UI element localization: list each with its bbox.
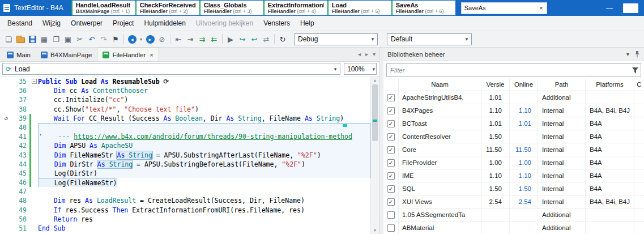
- titlebar-tab-load[interactable]: LoadFileHandler (ctrl + 5): [327, 1, 391, 15]
- doc-tab-filehandler[interactable]: FileHandler×: [97, 48, 159, 61]
- scroll-up-icon[interactable]: ▲: [371, 76, 379, 84]
- code-line[interactable]: 51End Sub: [0, 224, 370, 233]
- code-line[interactable]: 35−Public Sub Load As ResumableSub ⟳: [0, 77, 370, 86]
- menu-item-project[interactable]: Project: [108, 17, 139, 29]
- code-line[interactable]: 47: [0, 187, 370, 196]
- open-project-button[interactable]: [15, 33, 26, 45]
- menu-item-wijzig[interactable]: Wijzig: [37, 17, 66, 29]
- library-online-version[interactable]: 1.01: [509, 117, 538, 130]
- column-header-platforms[interactable]: Platforms: [585, 79, 634, 91]
- build-config-combobox[interactable]: Default ▾: [387, 33, 472, 45]
- titlebar-tab-class-globals[interactable]: Class_GlobalsFileHandler (ctrl + 3): [199, 1, 263, 15]
- library-checkbox[interactable]: [387, 211, 395, 219]
- doc-tab-main[interactable]: Main: [2, 49, 36, 61]
- library-online-version[interactable]: 1.10: [509, 169, 538, 182]
- library-checkbox[interactable]: ✓: [387, 146, 395, 154]
- resume-button[interactable]: ↪: [237, 33, 248, 45]
- code-line[interactable]: 38 cc.Show("text/*", "Choose text file"): [0, 105, 370, 114]
- outdent-button[interactable]: ⇤: [173, 33, 184, 45]
- titlebar-tab-checkforreceivedfiles[interactable]: CheckForReceivedFilesFileHandler (ctrl +…: [135, 1, 199, 15]
- pane-splitter[interactable]: [379, 48, 383, 234]
- menu-item-bestand[interactable]: Bestand: [2, 17, 37, 29]
- column-header-online[interactable]: Online: [509, 79, 538, 91]
- uncomment-button[interactable]: ⇇: [208, 33, 220, 45]
- navigate-forward-button[interactable]: ▸: [144, 33, 156, 45]
- copy-button[interactable]: ❐: [50, 33, 62, 45]
- code-line[interactable]: 42 Dim APSU As ApacheSU: [0, 141, 370, 150]
- code-line[interactable]: 44 Dim DirStr As String = APSU.Substring…: [0, 160, 370, 169]
- titlebar-tab-handleloadresult[interactable]: HandleLoadResultB4XMainPage (ctrl + 1): [71, 1, 135, 15]
- clear-search-icon[interactable]: ×: [536, 5, 546, 11]
- menu-item-ontwerper[interactable]: Ontwerper: [66, 17, 108, 29]
- code-line[interactable]: 48 Dim res As LoadResult = CreateLoadRes…: [0, 196, 370, 205]
- titlebar-tab-saveas[interactable]: SaveAsFileHandler (ctrl + 6): [391, 1, 455, 15]
- library-row[interactable]: ✓ContentResolver1.50InternalB4A: [383, 130, 644, 143]
- library-row[interactable]: ✓IME1.101.10InternalB4A: [383, 169, 644, 182]
- library-checkbox[interactable]: ✓: [387, 159, 395, 167]
- code-line[interactable]: 49 If res.Success Then ExtractInformatio…: [0, 206, 370, 215]
- scroll-tabs-left-icon[interactable]: ◂: [358, 51, 361, 57]
- library-checkbox[interactable]: ✓: [387, 185, 395, 193]
- comment-button[interactable]: ⇉: [197, 33, 208, 45]
- library-checkbox[interactable]: ✓: [387, 198, 395, 206]
- doc-tab-b4xmainpage[interactable]: B4XMainPage: [36, 49, 97, 61]
- library-checkbox[interactable]: ✓: [387, 107, 395, 114]
- column-header-versie[interactable]: Versie: [481, 79, 509, 91]
- cut-button[interactable]: ✂: [74, 33, 86, 45]
- scroll-down-icon[interactable]: ▼: [371, 227, 379, 234]
- run-button[interactable]: ▶: [225, 33, 236, 45]
- editor-vertical-scrollbar[interactable]: ▲ ▼: [370, 76, 379, 234]
- pin-icon[interactable]: [634, 50, 640, 58]
- code-line[interactable]: 37 cc.Initialize("cc"): [0, 95, 370, 104]
- code-line[interactable]: 43 Dim FileNameStr As String = APSU.Subs…: [0, 151, 370, 160]
- clear-bookmarks-button[interactable]: ⊘: [156, 33, 168, 45]
- library-checkbox[interactable]: ✓: [387, 120, 395, 127]
- library-checkbox[interactable]: [387, 224, 395, 232]
- library-checkbox[interactable]: ✓: [387, 133, 395, 141]
- library-row[interactable]: ✓Core11.5011.50InternalB4A: [383, 143, 644, 156]
- column-header-naam[interactable]: Naam: [398, 79, 481, 91]
- modules-button[interactable]: ▦: [39, 33, 50, 45]
- restart-button[interactable]: ↻: [277, 33, 288, 45]
- tab-list-menu-icon[interactable]: ▾: [373, 51, 376, 57]
- debug-mode-combobox[interactable]: Debug ▾: [294, 33, 378, 45]
- code-line[interactable]: 36 Dim cc As ContentChooser: [0, 86, 370, 95]
- titlebar-tab-extractinformationfrom[interactable]: ExtractInformationFromFileHandler (ctrl …: [263, 1, 327, 15]
- library-row[interactable]: ✓BCToast1.011.01InternalB4A: [383, 117, 644, 130]
- library-online-version[interactable]: 2.54: [509, 195, 538, 208]
- code-line[interactable]: 50 Return res: [0, 215, 370, 224]
- menu-item-vensters[interactable]: Vensters: [258, 17, 295, 29]
- panel-menu-chevron-icon[interactable]: ▾: [626, 51, 629, 57]
- redo-button[interactable]: ↷: [98, 33, 109, 45]
- library-row[interactable]: ✓FileProvider1.001.00InternalB4A: [383, 156, 644, 169]
- code-line[interactable]: 40: [0, 123, 370, 132]
- fold-marker-icon[interactable]: −: [32, 79, 37, 84]
- library-online-version[interactable]: 11.50: [509, 143, 538, 156]
- library-filter-input[interactable]: [387, 67, 632, 74]
- scroll-tabs-right-icon[interactable]: ▸: [365, 51, 368, 57]
- step-over-button[interactable]: ↩: [249, 33, 260, 45]
- library-online-version[interactable]: 1.10: [509, 104, 538, 117]
- navigate-back-button[interactable]: ◂: [126, 33, 138, 45]
- column-header-path[interactable]: Path: [538, 79, 585, 91]
- undo-button[interactable]: ↶: [86, 33, 97, 45]
- library-row[interactable]: 1.05 ASSegmentedTaAdditional: [383, 209, 644, 222]
- bookmark-button[interactable]: ⚑: [110, 33, 121, 45]
- indent-button[interactable]: ⇥: [185, 33, 196, 45]
- paste-button[interactable]: ▣: [62, 33, 74, 45]
- compare-button[interactable]: ⇄: [261, 33, 272, 45]
- code-editor[interactable]: 35−Public Sub Load As ResumableSub ⟳36 D…: [0, 76, 379, 234]
- library-row[interactable]: ✓ApacheStringUtilsB4.1.01Additional: [383, 91, 644, 104]
- code-line[interactable]: 45 Log(DirStr): [0, 169, 370, 178]
- code-line[interactable]: 46 Log(FileNameStr): [0, 178, 370, 187]
- library-checkbox[interactable]: ✓: [387, 172, 395, 180]
- quick-search-input[interactable]: [462, 5, 536, 11]
- library-row[interactable]: ✓XUI Views2.542.54InternalB4A, B4i, B4J: [383, 195, 644, 209]
- column-header-c[interactable]: C: [634, 79, 644, 91]
- menu-item-uitvoering-bekijken[interactable]: Uitvoering bekijken: [191, 17, 258, 29]
- minimize-button[interactable]: —: [600, 4, 619, 12]
- new-file-button[interactable]: ❏: [3, 33, 14, 45]
- member-navigator-combobox[interactable]: ⟳ Load ▾: [2, 63, 340, 75]
- zoom-combobox[interactable]: 100% ▾: [344, 63, 377, 75]
- save-button[interactable]: [27, 33, 38, 45]
